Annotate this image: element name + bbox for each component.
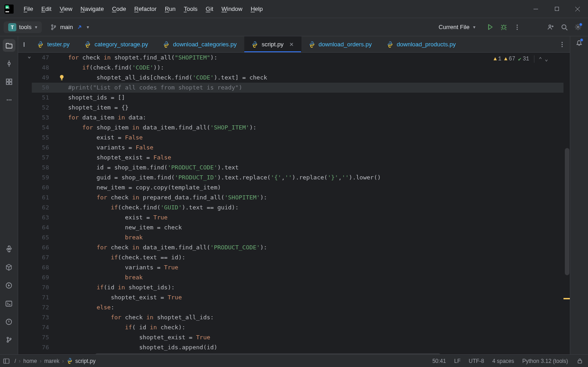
code-line[interactable]: 48 if(check.find('CODE')): [32,63,563,73]
tabs-more-button[interactable] [554,36,570,52]
code-line[interactable]: 51shoptet_ids = [] [32,93,563,103]
code-line[interactable]: 55 exist = False [32,133,563,143]
code-line[interactable]: 57 shoptet_exist = False [32,153,563,163]
code-line[interactable]: 56 variants = False [32,143,563,153]
code-line[interactable]: 67 if(check.text == id): [32,253,563,263]
notifications-tool-button[interactable] [576,39,583,46]
menu-refactor[interactable]: Refactor [131,4,160,14]
intention-bulb-icon[interactable] [57,74,66,81]
close-button[interactable] [567,0,588,18]
services-tool-button[interactable] [3,279,15,292]
breadcrumbs[interactable]: /› home› marek› script.py [15,358,95,364]
fold-gutter[interactable] [26,53,32,354]
run-button[interactable] [486,24,494,31]
editor-tab[interactable]: download_orders.py [301,36,380,52]
breadcrumb-item[interactable]: marek [44,358,59,364]
vertical-scrollbar-thumb[interactable] [565,148,569,275]
code-line[interactable]: 63 exist = True [32,213,563,223]
code-line[interactable]: 59 guid = shop_item.find('PRODUCT_ID').t… [32,173,563,183]
problems-tool-button[interactable] [3,315,15,328]
code-line[interactable]: 69 break [32,273,563,283]
code-line[interactable]: 49 shoptet_all_ids[check.find('CODE').te… [32,73,563,83]
caret-position[interactable]: 50:41 [432,358,446,364]
svg-point-27 [10,251,10,251]
indent-config[interactable]: 4 spaces [492,358,514,364]
python-packages-tool-button[interactable] [3,261,15,273]
maximize-button[interactable] [546,0,567,18]
menu-edit[interactable]: Edit [38,4,55,14]
project-tool-button[interactable] [3,39,15,52]
svg-rect-22 [10,82,12,84]
more-tools-button[interactable] [3,94,15,106]
code-line[interactable]: 47for check in shoptet.find_all("SHOPITE… [32,53,563,63]
code-line[interactable]: 74 if( id in check): [32,322,563,332]
menu-code[interactable]: Code [109,4,130,14]
code-line[interactable]: 65 break [32,233,563,243]
inspections-widget[interactable]: ▲1 ▲67 ✔31 ⌄ ⌄ [494,55,548,63]
python-console-tool-button[interactable] [3,243,15,255]
editor-tab[interactable]: tester.py [30,36,77,52]
interpreter[interactable]: Python 3.12 (tools) [522,358,568,364]
run-config-selector[interactable]: Current File ▾ [434,22,480,32]
code-line[interactable]: 66 for check in data_item.find_all('PROD… [32,243,563,253]
code-line[interactable]: 68 variants = True [32,263,563,273]
menu-help[interactable]: Help [247,4,267,14]
breakpoint-gutter[interactable] [18,53,26,354]
code-line[interactable]: 75 shoptet_exist = True [32,332,563,342]
code-line[interactable]: 62 if(check.find('GUID').text == guid): [32,203,563,213]
menu-navigate[interactable]: Navigate [77,4,107,14]
code-line[interactable]: 64 new_item = check [32,223,563,233]
code-line[interactable]: 60 new_item = copy.copy(template_item) [32,183,563,193]
editor-tab[interactable]: download_products.py [380,36,464,52]
error-stripe[interactable] [563,53,570,354]
breadcrumb-item[interactable]: script.py [75,358,96,364]
minimize-button[interactable] [525,0,546,18]
editor-tab[interactable]: download_categories.py [156,36,244,52]
debug-button[interactable] [500,24,507,31]
code-line[interactable]: 61 for check in prepared_data.find_all('… [32,193,563,203]
structure-tool-button[interactable] [3,75,15,88]
menu-git[interactable]: Git [202,4,217,14]
close-tab-button[interactable]: ✕ [289,41,294,48]
editor-tab[interactable]: script.py✕ [244,36,301,52]
breadcrumb-item[interactable]: home [23,358,37,364]
commit-tool-button[interactable] [3,57,15,70]
horizontal-scrollbar[interactable] [32,352,563,354]
file-encoding[interactable]: UTF-8 [469,358,484,364]
prev-highlight-button[interactable]: ⌄ [539,56,542,63]
line-separator[interactable]: LF [454,358,460,364]
menu-tools[interactable]: Tools [180,4,201,14]
code-with-me-button[interactable] [547,24,554,31]
code-editor[interactable]: ▲1 ▲67 ✔31 ⌄ ⌄ 47for check in shoptet.fi… [18,53,570,354]
vcs-tool-button[interactable] [3,333,15,346]
project-view-toggle[interactable] [18,36,30,52]
menu-file[interactable]: File [20,4,37,14]
code-line[interactable]: 70 if(id in shoptet_ids): [32,283,563,293]
code-line[interactable]: 52shoptet_item = {} [32,103,563,113]
settings-button[interactable] [574,24,582,31]
branch-icon [50,24,57,31]
menu-view[interactable]: View [56,4,76,14]
more-actions-button[interactable] [514,24,521,31]
code-line[interactable]: 76 shoptet_ids.append(id) [32,342,563,352]
read-only-toggle[interactable] [576,357,583,365]
svg-point-43 [311,42,311,42]
code-line[interactable]: 72 else: [32,303,563,312]
next-highlight-button[interactable]: ⌄ [545,56,548,63]
terminal-tool-button[interactable] [3,297,15,310]
menu-window[interactable]: Window [218,4,246,14]
code-line[interactable]: 53for data_item in data: [32,113,563,123]
svg-point-32 [7,341,8,342]
code-line[interactable]: 71 shoptet_exist = True [32,293,563,303]
search-button[interactable] [561,24,568,31]
code-line[interactable]: 73 for check in shoptet_all_ids: [32,312,563,322]
code-line[interactable]: 54 for shop_item in data_item.find_all('… [32,123,563,133]
editor-tab[interactable]: category_storage.py [77,36,156,52]
code-line[interactable]: 50#print("List of all codes from shoptet… [32,83,563,93]
menu-run[interactable]: Run [161,4,179,14]
settings-indicator-dot [579,23,583,26]
code-line[interactable]: 58 id = shop_item.find('PRODUCT_CODE').t… [32,163,563,173]
tool-windows-toggle[interactable] [3,357,10,365]
project-selector[interactable]: T tools ▾ [4,21,42,33]
vcs-branch-selector[interactable]: main ▾ [45,22,93,33]
